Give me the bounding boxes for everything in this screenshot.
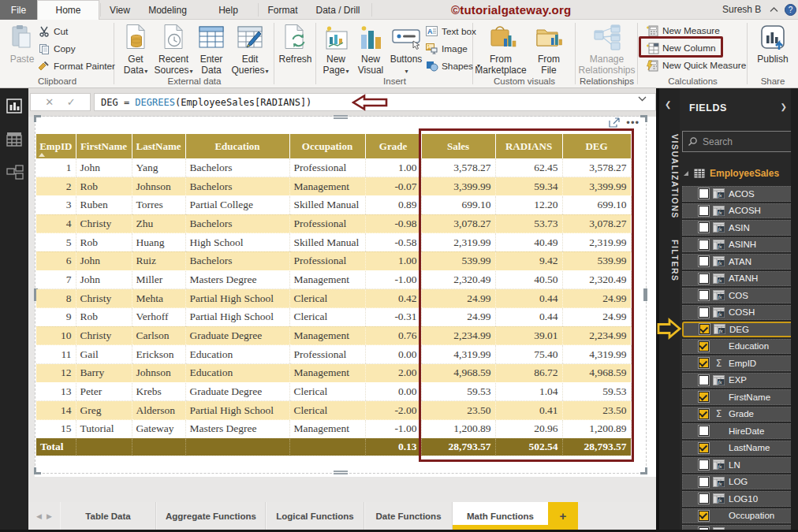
new-measure-button[interactable]: New Measure: [646, 24, 720, 37]
checkbox-checked[interactable]: [699, 511, 709, 521]
checkbox-checked[interactable]: [699, 341, 709, 352]
table-row[interactable]: 7JohnMillerMasters DegreeManagement-1.00…: [36, 270, 631, 289]
menu-tab-help[interactable]: Help: [214, 0, 243, 20]
formula-accept-icon[interactable]: ✓: [67, 96, 76, 108]
field-item-empid[interactable]: ΣEmpID: [682, 355, 796, 371]
column-header-education[interactable]: Education: [185, 134, 289, 158]
page-tab-date-functions[interactable]: Date Functions: [364, 502, 453, 530]
prev-page-icon[interactable]: ◀: [36, 512, 42, 520]
new-quick-measure-button[interactable]: New Quick Measure: [646, 58, 746, 72]
field-item-log[interactable]: fxLOG: [682, 474, 796, 490]
text-box-button[interactable]: A Text box: [425, 24, 476, 38]
expand-triangle-icon[interactable]: [683, 170, 689, 177]
checkbox-unchecked[interactable]: [699, 493, 709, 504]
table-row[interactable]: 11GailEricksonEducationProfessional0.004…: [36, 345, 631, 364]
new-page-button[interactable]: New Page▾: [319, 22, 353, 77]
shapes-button[interactable]: Shapes ▾: [425, 59, 480, 73]
refresh-button[interactable]: Refresh: [277, 22, 314, 65]
checkbox-unchecked[interactable]: [699, 222, 709, 233]
formula-cancel-icon[interactable]: ✕: [45, 96, 54, 108]
formula-expand-icon[interactable]: [638, 96, 647, 102]
table-row[interactable]: 14GregAldersonPartial High SchoolClerica…: [36, 401, 631, 420]
checkbox-unchecked[interactable]: [699, 426, 709, 436]
field-item-cosh[interactable]: fxCOSH: [682, 305, 796, 321]
field-item-log10[interactable]: fxLOG10: [682, 491, 796, 507]
field-item-asinh[interactable]: fxASINH: [682, 237, 796, 253]
checkbox-checked[interactable]: [699, 324, 710, 334]
new-visual-button[interactable]: New Visual: [353, 22, 388, 76]
field-item-ln[interactable]: fxLN: [682, 457, 796, 473]
checkbox-checked[interactable]: [699, 443, 709, 453]
paste-button[interactable]: Paste: [6, 22, 38, 65]
table-row[interactable]: 5RobHuangHigh SchoolSkilled Manual-0.582…: [36, 233, 631, 252]
recent-sources-button[interactable]: Recent Sources▾: [153, 22, 194, 77]
table-row[interactable]: 8ChristyMehtaPartial High SchoolClerical…: [36, 289, 631, 308]
from-marketplace-button[interactable]: From Marketplace: [475, 22, 527, 76]
enter-data-button[interactable]: Enter Data: [194, 22, 229, 76]
copy-button[interactable]: Copy: [37, 42, 76, 55]
menu-tab-modeling[interactable]: Modeling: [145, 0, 190, 20]
table-row[interactable]: 2RobJohnsonBachelorsManagement-0.073,399…: [36, 177, 631, 196]
field-item-atanh[interactable]: fxATANH: [682, 271, 796, 287]
table-row[interactable]: 1JohnYangBachelorsProfessional1.003,578.…: [36, 158, 631, 177]
drag-handle-top[interactable]: [334, 115, 348, 119]
table-row[interactable]: 15TutorialGatewayMasters DegreeManagemen…: [36, 420, 631, 439]
manage-relationships-button[interactable]: Manage Relationships: [579, 22, 635, 76]
fields-scrollbar[interactable]: [791, 88, 798, 532]
column-header-deg[interactable]: DEG: [562, 134, 631, 158]
menu-tab-view[interactable]: View: [103, 0, 136, 20]
column-header-firstname[interactable]: FirstName: [76, 134, 132, 158]
column-header-grade[interactable]: Grade: [365, 134, 421, 158]
collapse-fields-icon[interactable]: ❯: [781, 102, 787, 111]
checkbox-checked[interactable]: [699, 392, 709, 402]
page-tab-table-data[interactable]: Table Data: [60, 502, 156, 530]
table-row[interactable]: 3RubenTorresPartial CollegeSkilled Manua…: [36, 195, 631, 214]
edit-queries-button[interactable]: Edit Queries▾: [229, 22, 271, 77]
table-row[interactable]: 12BarryJohnsonEducationManagement2.004,9…: [36, 364, 631, 383]
filters-pane-tab[interactable]: FILTERS: [659, 240, 680, 281]
from-file-button[interactable]: From File: [530, 22, 568, 76]
column-header-radians[interactable]: RADIANS: [495, 134, 562, 158]
get-data-button[interactable]: Get Data▾: [118, 22, 153, 77]
column-header-sales[interactable]: Sales: [421, 134, 495, 158]
table-row[interactable]: 4ChristyZhuBachelorsProfessional-0.983,0…: [36, 214, 631, 233]
checkbox-unchecked[interactable]: [699, 273, 709, 284]
field-item-grade[interactable]: ΣGrade: [682, 407, 796, 422]
field-item-atan[interactable]: fxATAN: [682, 254, 796, 270]
checkbox-unchecked[interactable]: [699, 459, 709, 470]
checkbox-unchecked[interactable]: [699, 375, 709, 385]
table-row[interactable]: 9RobVerhoffPartial High SchoolClerical-0…: [36, 308, 631, 327]
checkbox-unchecked[interactable]: [699, 240, 709, 250]
checkbox-unchecked[interactable]: [699, 188, 709, 199]
page-tab-math-functions[interactable]: Math Functions: [453, 502, 548, 530]
menu-tab-home[interactable]: Home: [37, 0, 99, 20]
menu-tab-data-drill[interactable]: Data / Drill: [311, 0, 364, 20]
menu-tab-file[interactable]: File: [0, 0, 37, 20]
buttons-button[interactable]: Buttons ▾: [388, 22, 424, 77]
more-options-icon[interactable]: •••: [626, 119, 640, 127]
page-tab-logical-functions[interactable]: Logical Functions: [266, 502, 364, 530]
menu-tab-format[interactable]: Format: [264, 0, 301, 20]
fields-table-node[interactable]: EmployeeSales: [680, 164, 798, 183]
field-item-firstname[interactable]: FirstName: [682, 389, 796, 405]
column-header-empid[interactable]: EmpID: [36, 134, 76, 158]
field-item-occupation[interactable]: Occupation: [682, 508, 796, 524]
next-page-icon[interactable]: ▶: [47, 512, 52, 520]
field-item-education[interactable]: Education: [682, 339, 796, 355]
drag-handle-right[interactable]: [643, 288, 647, 301]
checkbox-unchecked[interactable]: [699, 307, 709, 318]
checkbox-unchecked[interactable]: [699, 256, 709, 266]
field-item-lastname[interactable]: LastName: [682, 441, 796, 456]
column-header-lastname[interactable]: LastName: [132, 134, 185, 158]
format-painter-button[interactable]: Format Painter: [37, 59, 115, 73]
table-row[interactable]: 13PeterKrebsGraduate DegreeClerical0.005…: [36, 382, 631, 401]
table-row[interactable]: 10ChristyCarlsonGraduate DegreeManagemen…: [36, 326, 631, 345]
field-item-exp[interactable]: fxEXP: [682, 373, 796, 389]
checkbox-unchecked[interactable]: [699, 290, 709, 300]
add-page-button[interactable]: +: [548, 502, 578, 530]
field-item-deg[interactable]: fxDEG: [682, 322, 796, 337]
field-item-acosh[interactable]: fxACOSH: [682, 203, 796, 219]
fields-search-box[interactable]: Search: [682, 131, 796, 152]
drag-handle-bottom[interactable]: [334, 471, 348, 474]
expand-pane-icon[interactable]: ❮: [665, 100, 671, 109]
